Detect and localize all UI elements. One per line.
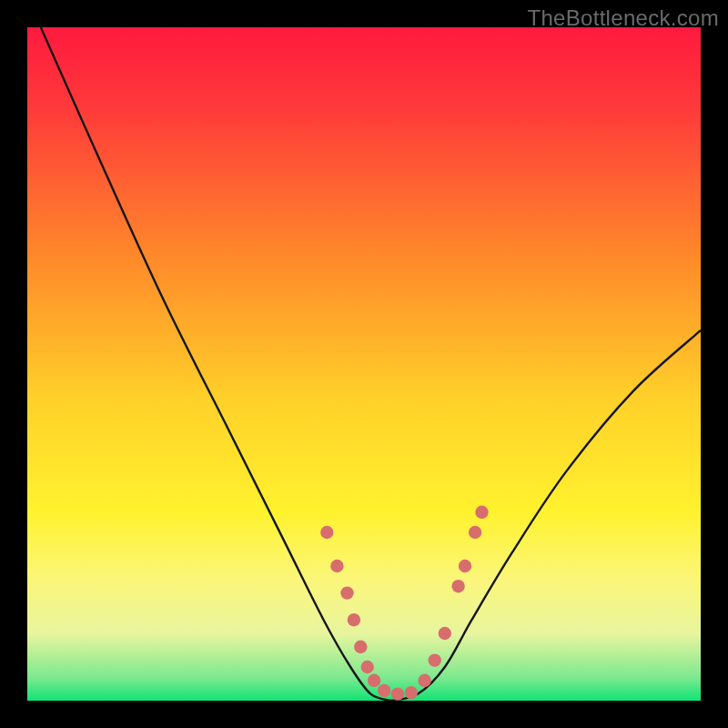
curve-marker: [354, 641, 367, 653]
bottleneck-curve: [27, 27, 701, 701]
curve-left-branch: [41, 27, 391, 701]
curve-marker: [429, 653, 441, 666]
curve-right-branch: [391, 330, 701, 701]
curve-marker: [439, 627, 451, 640]
marker-group: [320, 506, 489, 701]
curve-marker: [361, 661, 374, 673]
chart-frame: [27, 27, 701, 701]
curve-marker: [459, 560, 471, 572]
curve-marker: [368, 674, 380, 687]
curve-marker: [330, 560, 343, 572]
curve-marker: [348, 613, 360, 626]
curve-marker: [475, 506, 488, 519]
curve-marker: [469, 526, 481, 539]
curve-marker: [340, 586, 353, 599]
curve-marker: [451, 580, 464, 592]
curve-marker: [391, 687, 404, 700]
curve-marker: [418, 674, 430, 687]
curve-marker: [378, 684, 390, 697]
curve-marker: [405, 686, 418, 699]
watermark-text: TheBottleneck.com: [527, 5, 719, 31]
curve-marker: [320, 526, 333, 539]
